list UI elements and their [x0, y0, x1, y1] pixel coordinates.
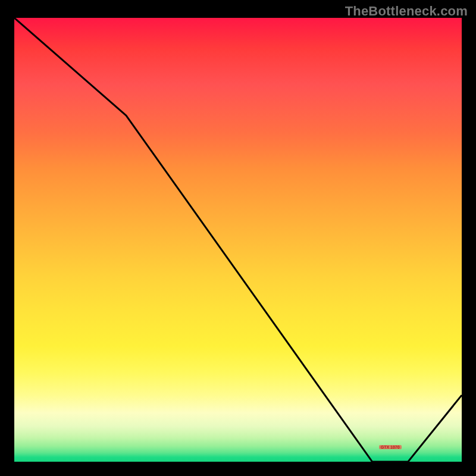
marker-label: GTX 1070	[379, 445, 402, 449]
bottleneck-curve	[14, 18, 462, 462]
plot-area: GTX 1070	[14, 18, 462, 462]
chart-frame: TheBottleneck.com GTX 1070	[0, 0, 476, 476]
watermark-text: TheBottleneck.com	[345, 4, 468, 19]
